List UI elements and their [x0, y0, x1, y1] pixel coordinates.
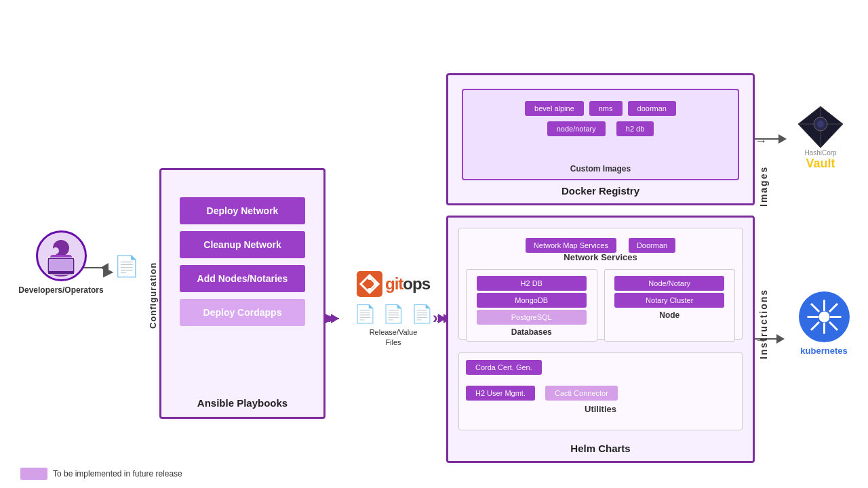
- gitops-files: 📄 📄 📄: [354, 304, 433, 325]
- node-notary-tag: Node/Notary: [614, 276, 724, 291]
- util-row1: Corda Cert. Gen.: [466, 360, 735, 375]
- databases-col: H2 DB MongoDB PostgreSQL Databases: [466, 269, 597, 342]
- helm-box: Network Map Services Doorman Network Ser…: [446, 216, 755, 463]
- network-services-section: Network Map Services Doorman Network Ser…: [458, 228, 743, 340]
- img-tag-nms: nms: [589, 101, 623, 116]
- svg-point-29: [817, 121, 824, 127]
- playbook-buttons: Deploy Network Cleanup Network Add Nodes…: [161, 185, 323, 333]
- gitops-logo: gitops: [357, 271, 430, 297]
- h2db-tag: H2 DB: [477, 276, 587, 291]
- vault-brand: HashiCorp: [804, 149, 836, 157]
- svg-point-31: [818, 312, 829, 323]
- dev-block: Developers/Operators: [20, 230, 102, 295]
- k8s-block: kubernetes: [790, 291, 858, 356]
- config-label: Configuration: [148, 193, 158, 329]
- img-tag-doorman: doorman: [628, 101, 676, 116]
- svg-marker-11: [776, 334, 785, 344]
- utilities-title: Utilities: [459, 404, 742, 414]
- gitops-file-label: Release/ValueFiles: [370, 327, 418, 348]
- docker-title: Docker Registry: [448, 185, 753, 197]
- helm-k8s-arrow: →: [755, 333, 767, 348]
- gitops-to-helm-arrows: »: [433, 308, 441, 327]
- node-col: Node/Notary Notary Cluster Node: [604, 269, 736, 342]
- dev-icon: [36, 230, 87, 281]
- helm-title: Helm Charts: [448, 443, 753, 454]
- ns-top-tags: Network Map Services Doorman: [459, 235, 742, 256]
- cacti-connector-tag: Cacti Connector: [545, 386, 618, 401]
- cleanup-network-btn[interactable]: Cleanup Network: [180, 231, 305, 258]
- img-tags-row: bevel alpine nms doorman: [463, 90, 738, 119]
- ansible-to-gitops-arrows: »: [328, 308, 336, 327]
- ns-tag-doorman: Doorman: [629, 238, 675, 253]
- legend: To be implemented in future release: [20, 468, 182, 480]
- file-icon-2: 📄: [382, 304, 404, 325]
- ns-columns: H2 DB MongoDB PostgreSQL Databases Node/…: [466, 269, 735, 342]
- legend-text: To be implemented in future release: [53, 469, 182, 479]
- databases-title: Databases: [471, 327, 593, 337]
- gitops-text: gitops: [385, 274, 430, 293]
- dev-arrow: ▶: [103, 263, 113, 279]
- svg-point-18: [52, 247, 59, 254]
- utilities-section: Corda Cert. Gen. H2 User Mgmt. Cacti Con…: [458, 352, 743, 430]
- gitops-block: gitops 📄 📄 📄 Release/ValueFiles: [339, 271, 448, 348]
- custom-images-box: bevel alpine nms doorman node/notary h2 …: [462, 89, 739, 180]
- ansible-title: Ansible Playbooks: [161, 397, 323, 409]
- img-tag-h2: h2 db: [616, 121, 654, 136]
- img-tags-row2: node/notary h2 db: [463, 119, 738, 139]
- node-title: Node: [609, 310, 731, 320]
- corda-cert-tag: Corda Cert. Gen.: [466, 360, 542, 375]
- docker-vault-arrow: →: [755, 134, 767, 148]
- img-tag-bevel: bevel alpine: [525, 101, 584, 116]
- postgresql-tag: PostgreSQL: [477, 310, 587, 325]
- h2-user-mgmt-tag: H2 User Mgmt.: [466, 386, 535, 401]
- mongodb-tag: MongoDB: [477, 293, 587, 308]
- util-row2: H2 User Mgmt. Cacti Connector: [466, 386, 735, 401]
- diagram: Developers/Operators ▶ 📄 Configuration D…: [0, 0, 868, 488]
- file-icon-3: 📄: [411, 304, 433, 325]
- ansible-box: Deploy Network Cleanup Network Add Nodes…: [159, 168, 326, 419]
- deploy-network-btn[interactable]: Deploy Network: [180, 197, 305, 224]
- doc-icon: 📄: [114, 254, 139, 278]
- docker-box: bevel alpine nms doorman node/notary h2 …: [446, 73, 755, 205]
- img-tag-node: node/notary: [547, 121, 606, 136]
- add-nodes-btn[interactable]: Add Nodes/Notaries: [180, 265, 305, 292]
- deploy-cordapps-btn[interactable]: Deploy Cordapps: [180, 299, 305, 326]
- svg-rect-16: [49, 259, 73, 271]
- custom-images-title: Custom Images: [463, 164, 738, 174]
- notary-cluster-tag: Notary Cluster: [614, 293, 724, 308]
- vault-icon: [797, 105, 844, 149]
- k8s-label: kubernetes: [800, 346, 847, 356]
- ns-tag-nms: Network Map Services: [526, 238, 616, 253]
- file-icon-1: 📄: [354, 304, 376, 325]
- vault-name: Vault: [806, 157, 835, 171]
- legend-box: [20, 468, 47, 480]
- svg-marker-9: [778, 134, 787, 144]
- vault-block: HashiCorp Vault: [790, 105, 851, 171]
- dev-label: Developers/Operators: [18, 285, 103, 295]
- k8s-icon: [799, 291, 850, 342]
